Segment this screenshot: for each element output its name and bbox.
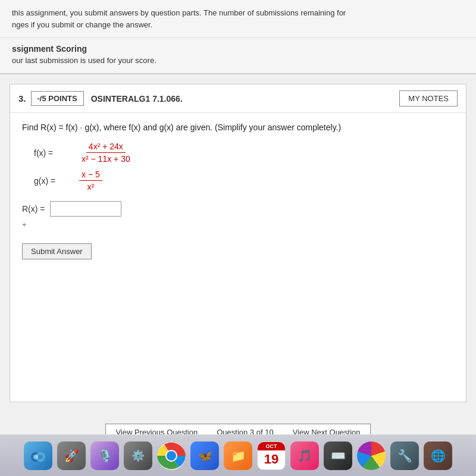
answer-input[interactable] [50, 201, 121, 217]
my-notes-button[interactable]: MY NOTES [399, 90, 458, 107]
fx-numerator: 4x² + 24x [86, 142, 126, 153]
plus-hint: + [22, 220, 454, 229]
gx-fraction: x − 5 x² [79, 170, 102, 192]
question-instruction: Find R(x) = f(x) · g(x), where f(x) and … [22, 123, 454, 132]
dock: 🚀 🎙️ ⚙️ 🦋 📁 OCT 19 🎵 ⌨️ 🔧 🌐 [0, 434, 476, 476]
dock-calendar[interactable]: OCT 19 [257, 441, 286, 470]
answer-row: R(x) = [22, 201, 454, 217]
question-id: OSINTERALG1 7.1.066. [91, 94, 400, 104]
question-body: Find R(x) = f(x) · g(x), where f(x) and … [10, 113, 466, 269]
dock-app6[interactable]: 🔧 [390, 441, 419, 470]
gx-denominator: x² [85, 181, 97, 192]
gx-label: g(x) = [34, 176, 70, 186]
scoring-title: ssignment Scoring [12, 44, 464, 54]
dock-siri[interactable]: 🎙️ [90, 441, 119, 470]
dock-app3[interactable]: 📁 [224, 441, 252, 470]
gx-line: g(x) = x − 5 x² [34, 170, 454, 192]
dock-finder[interactable] [24, 441, 52, 470]
top-info-section: this assignment, you submit answers by q… [0, 0, 476, 38]
dock-app7[interactable]: 🌐 [424, 441, 452, 470]
dock-chrome[interactable] [157, 441, 186, 470]
svg-point-2 [33, 455, 38, 459]
points-badge: -/5 POINTS [31, 91, 84, 106]
fx-fraction: 4x² + 24x x² − 11x + 30 [79, 142, 133, 164]
main-content: this assignment, you submit answers by q… [0, 0, 476, 476]
scoring-section: ssignment Scoring our last submission is… [0, 38, 476, 74]
fx-line: f(x) = 4x² + 24x x² − 11x + 30 [34, 142, 454, 164]
dock-calendar-date: 19 [264, 453, 278, 466]
fx-denominator: x² − 11x + 30 [79, 153, 133, 164]
svg-point-3 [38, 455, 43, 459]
dock-app5[interactable] [357, 441, 386, 470]
svg-point-6 [167, 451, 176, 461]
question-number-label: 3. [18, 93, 26, 104]
scoring-desc: our last submission is used for your sco… [12, 56, 464, 65]
fx-label: f(x) = [34, 148, 70, 158]
submit-answer-button[interactable]: Submit Answer [22, 243, 92, 259]
math-section: f(x) = 4x² + 24x x² − 11x + 30 g(x) = x … [22, 142, 454, 192]
answer-label: R(x) = [22, 204, 45, 214]
dock-music[interactable]: 🎵 [290, 441, 319, 470]
top-info-line1: this assignment, you submit answers by q… [12, 7, 464, 19]
dock-launchpad[interactable]: 🚀 [57, 441, 86, 470]
question-header-row: 3. -/5 POINTS OSINTERALG1 7.1.066. MY NO… [10, 84, 466, 113]
dock-app4[interactable]: ⌨️ [324, 441, 352, 470]
gx-numerator: x − 5 [79, 170, 102, 181]
dock-app2[interactable]: 🦋 [190, 441, 219, 470]
dock-app1[interactable]: ⚙️ [124, 441, 152, 470]
question-container: 3. -/5 POINTS OSINTERALG1 7.1.066. MY NO… [10, 84, 466, 402]
top-info-line2: nges if you submit or change the answer. [12, 19, 464, 31]
